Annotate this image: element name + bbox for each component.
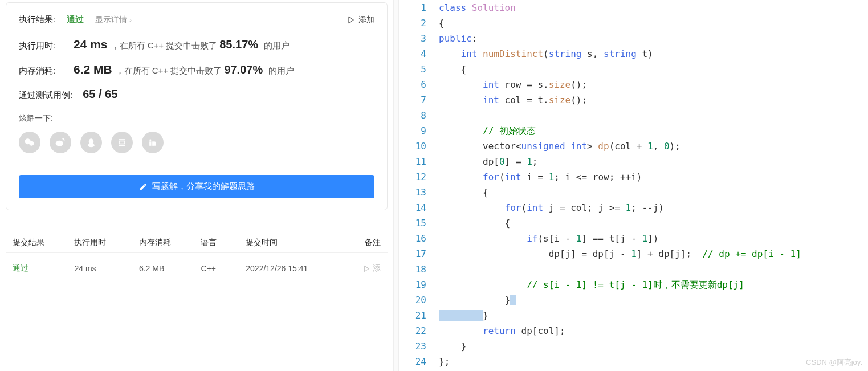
row-memory: 6.2 MB <box>139 264 201 273</box>
mem-value: 6.2 MB <box>74 63 112 76</box>
svg-marker-12 <box>365 266 369 271</box>
svg-marker-0 <box>349 17 353 23</box>
row-note[interactable]: 添 <box>347 263 381 274</box>
th-note: 备注 <box>347 238 381 248</box>
time-value: 24 ms <box>74 38 108 51</box>
time-stat: 执行用时: 24 ms ，在所有 C++ 提交中击败了 85.17% 的用户 <box>19 38 374 51</box>
wechat-icon[interactable] <box>19 132 40 153</box>
play-icon <box>347 16 355 24</box>
svg-rect-8 <box>119 145 125 146</box>
svg-point-2 <box>29 141 34 146</box>
douban-icon[interactable] <box>111 132 133 153</box>
result-card: 执行结果: 通过 显示详情 › 添加 执行用时: 24 ms ，在所有 C++ … <box>6 2 388 210</box>
submission-history: 提交结果 执行用时 内存消耗 语言 提交时间 备注 通过 24 ms 6.2 M… <box>6 233 388 284</box>
th-lang: 语言 <box>201 238 246 248</box>
qq-icon[interactable] <box>80 132 102 153</box>
time-label: 执行用时: <box>19 40 74 51</box>
code-editor[interactable]: 123456789101112131415161718192021222324 … <box>399 0 868 371</box>
result-label: 执行结果: <box>19 14 55 25</box>
share-icons <box>19 132 374 153</box>
results-panel: 执行结果: 通过 显示详情 › 添加 执行用时: 24 ms ，在所有 C++ … <box>0 0 393 371</box>
row-date: 2022/12/26 15:41 <box>246 264 347 273</box>
th-memory: 内存消耗 <box>139 238 201 248</box>
svg-rect-6 <box>119 139 125 140</box>
th-date: 提交时间 <box>246 238 347 248</box>
table-header: 提交结果 执行用时 内存消耗 语言 提交时间 备注 <box>6 233 388 252</box>
code-content[interactable]: class Solution{public: int numDistinct(s… <box>439 0 868 371</box>
tests-value: 65 / 65 <box>83 88 117 101</box>
watermark: CSDN @阿亮joy. <box>806 357 862 368</box>
time-pct: 85.17% <box>219 38 258 51</box>
show-detail-link[interactable]: 显示详情 › <box>95 15 132 25</box>
line-gutter: 123456789101112131415161718192021222324 <box>399 0 439 371</box>
play-icon <box>363 265 370 272</box>
write-solution-button[interactable]: 写题解，分享我的解题思路 <box>19 175 374 198</box>
row-lang: C++ <box>201 264 246 273</box>
tests-label: 通过测试用例: <box>19 90 72 101</box>
mem-pct: 97.07% <box>224 63 263 76</box>
svg-rect-11 <box>152 141 154 146</box>
row-result[interactable]: 通过 <box>13 263 74 274</box>
memory-stat: 内存消耗: 6.2 MB ，在所有 C++ 提交中击败了 97.07% 的用户 <box>19 63 374 76</box>
mem-label: 内存消耗: <box>19 66 74 76</box>
svg-point-5 <box>88 144 95 148</box>
table-row[interactable]: 通过 24 ms 6.2 MB C++ 2022/12/26 15:41 添 <box>6 252 388 284</box>
linkedin-icon[interactable] <box>142 132 164 153</box>
svg-rect-7 <box>119 141 125 144</box>
row-time: 24 ms <box>74 264 138 273</box>
mem-text2: 的用户 <box>268 66 294 76</box>
panel-divider[interactable] <box>393 0 399 371</box>
tests-stat: 通过测试用例: 65 / 65 <box>19 88 374 101</box>
svg-point-3 <box>56 141 63 146</box>
weibo-icon[interactable] <box>50 132 71 153</box>
mem-text1: ，在所有 C++ 提交中击败了 <box>116 66 222 76</box>
th-time: 执行用时 <box>74 238 138 248</box>
result-status: 通过 <box>67 14 84 25</box>
add-note-button[interactable]: 添加 <box>347 15 374 25</box>
result-status-group: 执行结果: 通过 显示详情 › <box>19 14 132 25</box>
share-label: 炫耀一下: <box>19 113 374 124</box>
svg-point-9 <box>149 139 151 141</box>
result-header: 执行结果: 通过 显示详情 › 添加 <box>19 14 374 25</box>
chevron-right-icon: › <box>129 16 132 24</box>
th-result: 提交结果 <box>13 238 74 248</box>
pencil-icon <box>138 182 148 191</box>
svg-rect-10 <box>149 141 151 146</box>
time-text1: ，在所有 C++ 提交中击败了 <box>111 40 218 51</box>
time-text2: 的用户 <box>264 40 290 51</box>
